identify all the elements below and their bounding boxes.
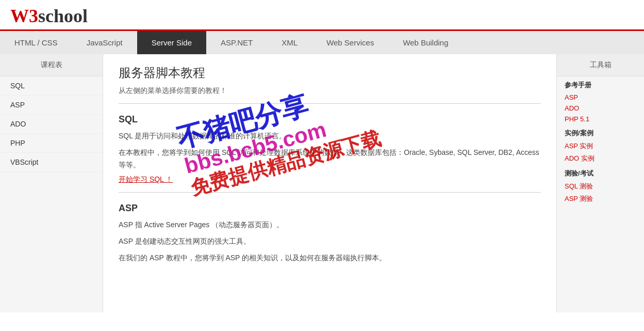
nav-item-web-services[interactable]: Web Services <box>312 31 388 54</box>
content-area: 不猪吧分享 bbs.bcb5.com 免费提供精品资源下载 服务器脚本教程 从左… <box>103 54 556 312</box>
sql-desc-1: SQL 是用于访问和处理数据库的标准的计算机语言。 <box>119 130 541 143</box>
sql-desc-2: 在本教程中，您将学到如何使用 SQL 访问和处理数据库系统中的数据，这类数据库包… <box>119 147 541 171</box>
logo-school: school <box>38 6 88 26</box>
header: W3school <box>0 0 644 31</box>
nav-item-web-building[interactable]: Web Building <box>388 31 463 54</box>
right-link-ado-example[interactable]: ADO 实例 <box>557 152 644 165</box>
right-panel-title: 工具箱 <box>557 54 644 76</box>
nav-item-javascript[interactable]: JavaScript <box>72 31 137 54</box>
right-link-ado[interactable]: ADO <box>557 103 644 114</box>
nav-item-xml[interactable]: XML <box>267 31 312 54</box>
example-label: 实例/案例 <box>557 124 644 140</box>
right-link-asp-test[interactable]: ASP 测验 <box>557 193 644 205</box>
logo: W3school <box>10 5 88 27</box>
sql-learn-link[interactable]: 开始学习 SQL ！ <box>119 175 173 183</box>
asp-desc-3: 在我们的 ASP 教程中，您将学到 ASP 的相关知识，以及如何在服务器端执行脚… <box>119 252 541 264</box>
sidebar: 课程表 SQL ASP ADO PHP VBScript <box>0 54 103 312</box>
logo-w3: W3 <box>10 6 38 26</box>
sidebar-title: 课程表 <box>0 54 103 76</box>
asp-desc-1: ASP 指 Active Server Pages （动态服务器页面）。 <box>119 219 541 231</box>
asp-desc-2: ASP 是创建动态交互性网页的强大工具。 <box>119 235 541 248</box>
divider-sql <box>119 192 541 193</box>
right-link-sql-test[interactable]: SQL 测验 <box>557 180 644 193</box>
page-title: 服务器脚本教程 <box>119 65 541 81</box>
test-label: 测验/考试 <box>557 165 644 180</box>
nav-item-asp-net[interactable]: ASP.NET <box>206 31 267 54</box>
main-nav: HTML / CSS JavaScript Server Side ASP.NE… <box>0 31 644 54</box>
asp-section-title: ASP <box>119 203 541 214</box>
sidebar-item-asp[interactable]: ASP <box>0 96 103 115</box>
right-link-asp-example[interactable]: ASP 实例 <box>557 140 644 152</box>
page-subtitle: 从左侧的菜单选择你需要的教程！ <box>119 86 541 96</box>
right-panel: 工具箱 参考手册 ASP ADO PHP 5.1 实例/案例 ASP 实例 AD… <box>556 54 644 312</box>
sidebar-item-php[interactable]: PHP <box>0 134 103 153</box>
right-link-asp[interactable]: ASP <box>557 92 644 103</box>
nav-item-server-side[interactable]: Server Side <box>137 31 206 54</box>
sql-section-title: SQL <box>119 114 541 125</box>
divider-top <box>119 103 541 104</box>
reference-label: 参考手册 <box>557 76 644 92</box>
main-layout: 课程表 SQL ASP ADO PHP VBScript 不猪吧分享 bbs.b… <box>0 54 644 312</box>
sidebar-item-sql[interactable]: SQL <box>0 76 103 96</box>
nav-item-html-css[interactable]: HTML / CSS <box>0 31 72 54</box>
sidebar-item-ado[interactable]: ADO <box>0 115 103 134</box>
sidebar-item-vbscript[interactable]: VBScript <box>0 153 103 172</box>
right-link-php[interactable]: PHP 5.1 <box>557 114 644 124</box>
